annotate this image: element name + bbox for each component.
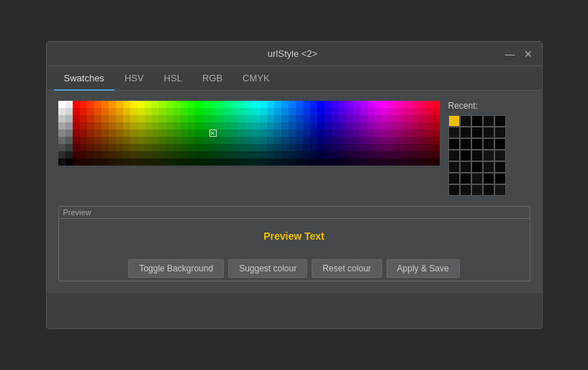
color-cell[interactable] bbox=[202, 122, 209, 130]
color-cell[interactable] bbox=[317, 144, 325, 151]
color-cell[interactable] bbox=[281, 151, 289, 158]
recent-cell[interactable] bbox=[483, 115, 494, 127]
color-cell[interactable] bbox=[245, 130, 253, 137]
color-cell[interactable] bbox=[58, 144, 65, 151]
tab-hsv[interactable]: HSV bbox=[114, 67, 154, 91]
color-cell[interactable] bbox=[145, 101, 152, 108]
color-cell[interactable] bbox=[303, 101, 310, 108]
color-cell[interactable] bbox=[173, 101, 181, 108]
color-cell[interactable] bbox=[195, 130, 202, 137]
color-cell[interactable] bbox=[231, 101, 238, 108]
color-cell[interactable] bbox=[65, 101, 73, 108]
color-cell[interactable] bbox=[425, 158, 433, 166]
color-cell[interactable] bbox=[188, 115, 195, 122]
color-cell[interactable] bbox=[281, 158, 289, 166]
color-cell[interactable] bbox=[166, 108, 173, 115]
color-cell[interactable] bbox=[181, 122, 188, 130]
color-cell[interactable] bbox=[404, 144, 411, 151]
color-cell[interactable] bbox=[166, 122, 173, 130]
color-cell[interactable] bbox=[267, 137, 274, 144]
color-cell[interactable] bbox=[152, 130, 159, 137]
color-cell[interactable] bbox=[130, 158, 137, 166]
color-cell[interactable] bbox=[310, 101, 317, 108]
color-cell[interactable] bbox=[224, 158, 231, 166]
color-cell[interactable] bbox=[411, 137, 418, 144]
color-cell[interactable] bbox=[202, 158, 209, 166]
recent-cell[interactable] bbox=[471, 150, 483, 161]
color-cell[interactable] bbox=[397, 144, 404, 151]
color-cell[interactable] bbox=[317, 158, 325, 166]
color-cell[interactable] bbox=[274, 108, 281, 115]
color-cell[interactable] bbox=[375, 137, 382, 144]
color-cell[interactable] bbox=[173, 137, 181, 144]
color-cell[interactable] bbox=[281, 130, 289, 137]
color-cell[interactable] bbox=[166, 101, 173, 108]
color-cell[interactable] bbox=[267, 101, 274, 108]
color-cell[interactable] bbox=[87, 137, 94, 144]
color-cell[interactable] bbox=[73, 130, 80, 137]
color-cell[interactable] bbox=[231, 130, 238, 137]
recent-cell[interactable] bbox=[448, 115, 460, 127]
color-cell[interactable] bbox=[130, 151, 137, 158]
recent-cell[interactable] bbox=[494, 127, 506, 138]
color-cell[interactable] bbox=[260, 151, 267, 158]
color-cell[interactable] bbox=[65, 130, 73, 137]
color-cell[interactable] bbox=[253, 151, 260, 158]
color-cell[interactable] bbox=[195, 115, 202, 122]
color-cell[interactable] bbox=[231, 137, 238, 144]
color-cell[interactable] bbox=[267, 130, 274, 137]
color-cell[interactable] bbox=[116, 144, 123, 151]
color-cell[interactable] bbox=[217, 122, 224, 130]
color-cell[interactable] bbox=[181, 151, 188, 158]
color-cell[interactable] bbox=[260, 108, 267, 115]
color-cell[interactable] bbox=[397, 101, 404, 108]
color-cell[interactable] bbox=[87, 144, 94, 151]
color-cell[interactable] bbox=[209, 101, 217, 108]
color-cell[interactable] bbox=[368, 137, 375, 144]
color-cell[interactable] bbox=[101, 108, 109, 115]
recent-cell[interactable] bbox=[494, 173, 506, 184]
color-cell[interactable] bbox=[368, 108, 375, 115]
color-cell[interactable] bbox=[325, 115, 332, 122]
color-cell[interactable] bbox=[289, 122, 296, 130]
color-cell[interactable] bbox=[425, 137, 433, 144]
color-cell[interactable] bbox=[397, 130, 404, 137]
color-cell[interactable] bbox=[325, 137, 332, 144]
color-cell[interactable] bbox=[260, 101, 267, 108]
color-cell[interactable] bbox=[404, 137, 411, 144]
color-cell[interactable] bbox=[425, 144, 433, 151]
close-button[interactable]: ✕ bbox=[522, 48, 535, 60]
color-cell[interactable] bbox=[130, 144, 137, 151]
color-cell[interactable] bbox=[202, 144, 209, 151]
color-cell[interactable] bbox=[109, 108, 116, 115]
color-cell[interactable] bbox=[73, 122, 80, 130]
tab-cmyk[interactable]: CMYK bbox=[232, 67, 280, 91]
recent-cell[interactable] bbox=[448, 184, 460, 196]
color-cell[interactable] bbox=[231, 158, 238, 166]
color-cell[interactable] bbox=[238, 137, 245, 144]
color-cell[interactable] bbox=[224, 151, 231, 158]
color-cell[interactable] bbox=[332, 130, 339, 137]
color-cell[interactable] bbox=[325, 108, 332, 115]
color-cell[interactable] bbox=[224, 130, 231, 137]
color-cell[interactable] bbox=[65, 122, 73, 130]
color-cell[interactable] bbox=[145, 158, 152, 166]
color-cell[interactable] bbox=[188, 137, 195, 144]
color-cell[interactable] bbox=[145, 151, 152, 158]
color-cell[interactable] bbox=[253, 137, 260, 144]
color-cell[interactable] bbox=[58, 115, 65, 122]
color-cell[interactable] bbox=[58, 122, 65, 130]
color-cell[interactable] bbox=[296, 158, 303, 166]
color-cell[interactable] bbox=[317, 108, 325, 115]
tab-swatches[interactable]: Swatches bbox=[54, 67, 114, 91]
color-cell[interactable] bbox=[87, 108, 94, 115]
color-cell[interactable] bbox=[245, 101, 253, 108]
color-cell[interactable] bbox=[325, 158, 332, 166]
color-cell[interactable] bbox=[289, 137, 296, 144]
color-cell[interactable] bbox=[130, 130, 137, 137]
color-cell[interactable] bbox=[325, 101, 332, 108]
color-cell[interactable] bbox=[152, 144, 159, 151]
color-cell[interactable] bbox=[289, 130, 296, 137]
color-cell[interactable] bbox=[123, 137, 130, 144]
color-cell[interactable] bbox=[217, 108, 224, 115]
